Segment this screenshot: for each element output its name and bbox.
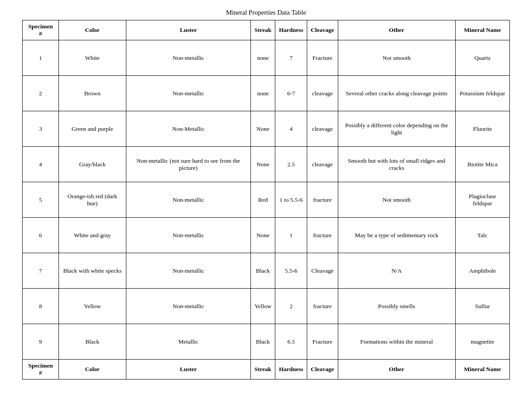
cell-color-2: Brown bbox=[59, 76, 126, 111]
header-color: Color bbox=[59, 20, 126, 40]
table-row: 2BrownNon-metallicnone6-7cleavageSeveral… bbox=[23, 76, 510, 111]
cell-specimen-7: 7 bbox=[23, 253, 59, 289]
cell-hardness-7: 5.5-6 bbox=[275, 253, 307, 289]
cell-specimen-3: 3 bbox=[23, 111, 59, 147]
cell-hardness-4: 2.5 bbox=[275, 147, 307, 182]
cell-mineral_name-9: magnetite bbox=[455, 324, 509, 360]
header-luster: Luster bbox=[126, 20, 250, 40]
cell-other-4: Smooth but with lots of small ridges and… bbox=[338, 147, 455, 182]
cell-specimen-9: 9 bbox=[23, 324, 59, 360]
cell-mineral_name-3: Fluorite bbox=[455, 111, 509, 147]
cell-hardness-8: 2 bbox=[275, 289, 307, 324]
cell-specimen-6: 6 bbox=[23, 218, 59, 253]
cell-hardness-1: 7 bbox=[275, 40, 307, 76]
cell-luster-8: Non-metallic bbox=[126, 289, 250, 324]
table-row: 7Black with white specksNon-metallicBlac… bbox=[23, 253, 510, 289]
footer-mineral-name: Mineral Name bbox=[455, 360, 509, 380]
header-row: Specimen # Color Luster Streak Hardness … bbox=[23, 20, 510, 40]
cell-color-6: White and gray bbox=[59, 218, 126, 253]
cell-mineral_name-5: Plagioclase feldspar bbox=[455, 182, 509, 218]
cell-color-1: White bbox=[59, 40, 126, 76]
cell-mineral_name-7: Amphibole bbox=[455, 253, 509, 289]
footer-row: Specimen # Color Luster Streak Hardness … bbox=[23, 360, 510, 380]
footer-hardness: Hardness bbox=[275, 360, 307, 380]
cell-streak-6: None bbox=[250, 218, 275, 253]
cell-cleavage-9: Fracture bbox=[307, 324, 338, 360]
cell-streak-8: Yellow bbox=[250, 289, 275, 324]
table-row: 8YellowNon-metallicYellow2fracturePossib… bbox=[23, 289, 510, 324]
table-row: 9BlackMetallicBlack6.5FractureFormations… bbox=[23, 324, 510, 360]
cell-luster-1: Non-metallic bbox=[126, 40, 250, 76]
cell-mineral_name-4: Biotite Mica bbox=[455, 147, 509, 182]
mineral-properties-table: Specimen # Color Luster Streak Hardness … bbox=[22, 20, 510, 380]
cell-specimen-1: 1 bbox=[23, 40, 59, 76]
cell-cleavage-6: fracture bbox=[307, 218, 338, 253]
cell-specimen-8: 8 bbox=[23, 289, 59, 324]
cell-cleavage-1: Fracture bbox=[307, 40, 338, 76]
cell-mineral_name-8: Sulfur bbox=[455, 289, 509, 324]
cell-other-1: Not smooth bbox=[338, 40, 455, 76]
footer-streak: Streak bbox=[250, 360, 275, 380]
table-row: 3Green and purpleNon-MetallicNone4cleava… bbox=[23, 111, 510, 147]
cell-streak-9: Black bbox=[250, 324, 275, 360]
cell-luster-3: Non-Metallic bbox=[126, 111, 250, 147]
cell-hardness-6: 1 bbox=[275, 218, 307, 253]
cell-cleavage-3: cleavage bbox=[307, 111, 338, 147]
cell-specimen-5: 5 bbox=[23, 182, 59, 218]
page-container: Mineral Properties Data Table Specimen #… bbox=[22, 9, 510, 380]
cell-luster-6: Non-metallic bbox=[126, 218, 250, 253]
cell-color-4: Gray/black bbox=[59, 147, 126, 182]
table-row: 5Orange-ish red (dark hue)Non-metallicRe… bbox=[23, 182, 510, 218]
cell-color-3: Green and purple bbox=[59, 111, 126, 147]
cell-cleavage-2: cleavage bbox=[307, 76, 338, 111]
cell-other-7: N/A bbox=[338, 253, 455, 289]
footer-cleavage: Cleavage bbox=[307, 360, 338, 380]
cell-streak-2: none bbox=[250, 76, 275, 111]
cell-other-9: Formations within the mineral bbox=[338, 324, 455, 360]
cell-mineral_name-2: Potassium feldspar bbox=[455, 76, 509, 111]
cell-hardness-9: 6.5 bbox=[275, 324, 307, 360]
cell-cleavage-8: fracture bbox=[307, 289, 338, 324]
header-other: Other bbox=[338, 20, 455, 40]
cell-other-3: Possibly a different color depending on … bbox=[338, 111, 455, 147]
cell-cleavage-5: fracture bbox=[307, 182, 338, 218]
cell-color-8: Yellow bbox=[59, 289, 126, 324]
cell-streak-3: None bbox=[250, 111, 275, 147]
cell-other-5: Not smooth bbox=[338, 182, 455, 218]
cell-other-2: Several other cracks along cleavage poin… bbox=[338, 76, 455, 111]
table-title: Mineral Properties Data Table bbox=[22, 9, 510, 16]
cell-color-7: Black with white specks bbox=[59, 253, 126, 289]
cell-other-6: May be a type of sedimentary rock bbox=[338, 218, 455, 253]
cell-specimen-2: 2 bbox=[23, 76, 59, 111]
cell-luster-7: Non-metallic bbox=[126, 253, 250, 289]
cell-streak-4: None bbox=[250, 147, 275, 182]
footer-specimen: Specimen # bbox=[23, 360, 59, 380]
cell-specimen-4: 4 bbox=[23, 147, 59, 182]
cell-streak-7: Black bbox=[250, 253, 275, 289]
header-streak: Streak bbox=[250, 20, 275, 40]
table-row: 1WhiteNon-metallicnone7FractureNot smoot… bbox=[23, 40, 510, 76]
cell-streak-5: Red bbox=[250, 182, 275, 218]
footer-other: Other bbox=[338, 360, 455, 380]
header-specimen: Specimen # bbox=[23, 20, 59, 40]
header-hardness: Hardness bbox=[275, 20, 307, 40]
footer-luster: Luster bbox=[126, 360, 250, 380]
cell-other-8: Possibly smells bbox=[338, 289, 455, 324]
table-row: 6White and grayNon-metallicNone1fracture… bbox=[23, 218, 510, 253]
cell-luster-9: Metallic bbox=[126, 324, 250, 360]
cell-mineral_name-1: Quartz bbox=[455, 40, 509, 76]
table-row: 4Gray/blackNon-metallic (not sure hard t… bbox=[23, 147, 510, 182]
cell-cleavage-4: cleavage bbox=[307, 147, 338, 182]
cell-hardness-2: 6-7 bbox=[275, 76, 307, 111]
cell-mineral_name-6: Talc bbox=[455, 218, 509, 253]
cell-hardness-3: 4 bbox=[275, 111, 307, 147]
cell-hardness-5: 1 to 5.5-6 bbox=[275, 182, 307, 218]
cell-luster-5: Non-metallic bbox=[126, 182, 250, 218]
cell-color-9: Black bbox=[59, 324, 126, 360]
header-mineral-name: Mineral Name bbox=[455, 20, 509, 40]
header-cleavage: Cleavage bbox=[307, 20, 338, 40]
cell-luster-2: Non-metallic bbox=[126, 76, 250, 111]
cell-streak-1: none bbox=[250, 40, 275, 76]
footer-color: Color bbox=[59, 360, 126, 380]
cell-color-5: Orange-ish red (dark hue) bbox=[59, 182, 126, 218]
